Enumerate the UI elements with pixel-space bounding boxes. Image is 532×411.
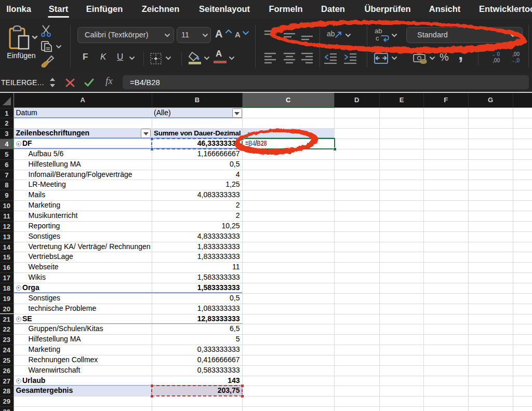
tab-zeichnen[interactable]: Zeichnen — [142, 0, 179, 19]
decrease-indent-button[interactable] — [324, 52, 337, 64]
column-header-C[interactable]: C — [242, 93, 334, 108]
expand-button[interactable] — [16, 378, 21, 383]
row-header-24[interactable]: 24 — [0, 345, 14, 355]
row-header-18[interactable]: 18 — [0, 283, 14, 293]
increase-decimal-button[interactable]: ←0,00 — [484, 51, 500, 65]
wrap-chevron[interactable] — [391, 33, 397, 37]
percent-style-button[interactable]: % — [440, 51, 449, 63]
column-header-B[interactable]: B — [152, 93, 242, 108]
bold-button[interactable]: F — [83, 52, 88, 62]
increase-indent-button[interactable] — [343, 52, 357, 64]
fill-color-chevron[interactable] — [204, 56, 210, 60]
number-format-select[interactable]: Standard — [406, 27, 523, 43]
wrap-text-button[interactable]: ab c — [374, 27, 390, 44]
tab-seitenlayout[interactable]: Seitenlayout — [199, 0, 250, 19]
row-header-16[interactable]: 16 — [0, 262, 14, 272]
row-header-14[interactable]: 14 — [0, 242, 14, 252]
row-header-13[interactable]: 13 — [0, 231, 14, 242]
tab-formeln[interactable]: Formeln — [269, 0, 302, 19]
accounting-chevron[interactable] — [429, 56, 435, 60]
row-header-22[interactable]: 22 — [0, 324, 14, 334]
row-header-17[interactable]: 17 — [0, 272, 14, 283]
fill-handle[interactable] — [333, 147, 337, 151]
format-painter-button[interactable] — [41, 55, 54, 68]
expand-button[interactable] — [16, 285, 21, 291]
tab-einfgen[interactable]: Einfügen — [86, 0, 123, 19]
shrink-font-button[interactable]: A — [235, 30, 251, 45]
column-header-G[interactable]: G — [468, 93, 513, 108]
row-header-8[interactable]: 8 — [0, 180, 14, 190]
grow-font-button[interactable]: A — [215, 28, 233, 44]
merge-chevron[interactable] — [391, 56, 397, 60]
tab-daten[interactable]: Daten — [321, 0, 345, 19]
active-cell-editor[interactable]: =B4/B28 — [242, 138, 335, 150]
copy-chevron[interactable] — [56, 45, 62, 49]
row-header-3[interactable]: 3 — [0, 128, 14, 139]
row-header-29[interactable]: 29 — [0, 396, 14, 406]
filter-button-a3[interactable] — [141, 129, 151, 138]
font-name-select[interactable]: Calibri (Textkörper) — [77, 27, 174, 43]
column-header-D[interactable]: D — [334, 93, 380, 108]
row-header-1[interactable]: 1 — [0, 108, 14, 118]
align-center-button[interactable] — [283, 52, 296, 64]
column-header-A[interactable]: A — [14, 93, 152, 108]
underline-chevron[interactable] — [129, 56, 135, 60]
comma-style-button[interactable]: , — [458, 44, 463, 64]
tab-ansicht[interactable]: Ansicht — [429, 0, 461, 19]
name-box-stepper[interactable] — [49, 77, 56, 88]
expand-button[interactable] — [16, 317, 21, 322]
expand-button[interactable] — [16, 141, 21, 146]
copy-button[interactable] — [41, 40, 54, 53]
row-header-26[interactable]: 26 — [0, 365, 14, 376]
row-header-15[interactable]: 15 — [0, 252, 14, 262]
align-bottom-button[interactable] — [301, 30, 314, 41]
row-header-7[interactable]: 7 — [0, 170, 14, 180]
row-header-11[interactable]: 11 — [0, 211, 14, 221]
row-header-28[interactable]: 28 — [0, 386, 14, 396]
accounting-format-button[interactable] — [413, 52, 428, 65]
row-header-23[interactable]: 23 — [0, 334, 14, 345]
column-header-h[interactable] — [513, 93, 532, 108]
row-header-12[interactable]: 12 — [0, 221, 14, 231]
tab-berprfen[interactable]: Überprüfen — [365, 0, 411, 19]
row-header-9[interactable]: 9 — [0, 190, 14, 200]
formula-input[interactable]: =B4/B28 — [123, 75, 529, 89]
tab-ilonka[interactable]: Ilonka — [6, 0, 31, 19]
orientation-chevron[interactable] — [345, 33, 351, 37]
row-header-25[interactable]: 25 — [0, 355, 14, 365]
align-top-button[interactable] — [264, 30, 277, 41]
merge-center-button[interactable] — [374, 52, 389, 64]
row-header-20[interactable]: 20 — [0, 304, 14, 314]
row-header-21[interactable]: 21 — [0, 314, 14, 324]
row-header-27[interactable]: 27 — [0, 376, 14, 386]
decrease-decimal-button[interactable]: ,00→,0 — [504, 51, 520, 65]
align-middle-button[interactable] — [283, 30, 296, 41]
insert-function-button[interactable]: fx — [105, 75, 119, 90]
row-header-2[interactable]: 2 — [0, 118, 14, 128]
tab-entwicklertools[interactable]: Entwicklertools — [479, 0, 532, 19]
name-box[interactable]: TEILERGE… — [1, 73, 44, 92]
text-orientation-button[interactable]: ab — [327, 29, 343, 43]
enter-button[interactable] — [84, 78, 95, 88]
borders-button[interactable] — [150, 52, 163, 65]
font-color-chevron[interactable] — [229, 56, 235, 60]
row-header-10[interactable]: 10 — [0, 200, 14, 211]
column-header-F[interactable]: F — [423, 93, 468, 108]
italic-button[interactable]: K — [100, 52, 106, 62]
row-header-6[interactable]: 6 — [0, 159, 14, 170]
font-color-button[interactable]: A — [213, 50, 228, 65]
tab-start[interactable]: Start — [49, 0, 69, 19]
align-left-button[interactable] — [264, 52, 277, 64]
select-all-corner[interactable] — [0, 93, 14, 108]
row-header-5[interactable]: 5 — [0, 149, 14, 159]
cut-button[interactable] — [41, 24, 52, 38]
font-size-select[interactable]: 11 — [177, 27, 211, 43]
filter-button-b1[interactable] — [232, 108, 242, 118]
borders-chevron[interactable] — [165, 56, 171, 60]
fill-color-button[interactable] — [188, 51, 202, 65]
row-header-30[interactable]: 30 — [0, 406, 14, 411]
column-header-E[interactable]: E — [379, 93, 423, 108]
row-header-19[interactable]: 19 — [0, 293, 14, 304]
cancel-button[interactable] — [65, 78, 75, 88]
align-right-button[interactable] — [301, 52, 314, 64]
